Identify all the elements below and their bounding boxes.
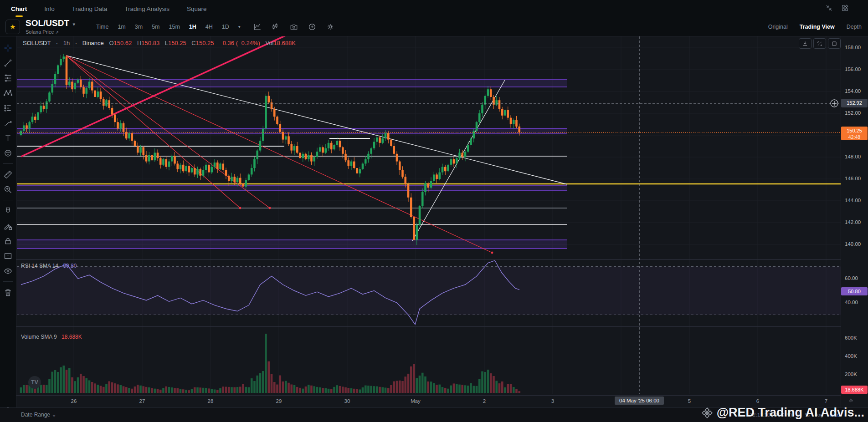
timeframe-time[interactable]: Time xyxy=(96,24,108,30)
symbol-caret-icon[interactable]: ▾ xyxy=(73,21,76,27)
drawing-lock-tool[interactable] xyxy=(3,221,13,231)
watermark-handle: @RED Trading AI Advis... xyxy=(717,406,864,420)
volume-legend[interactable]: Volume SMA 9 18.688K xyxy=(21,334,82,340)
view-tab-tradingview[interactable]: Trading View xyxy=(800,24,835,30)
chart-canvas[interactable] xyxy=(16,36,841,395)
toolbar-divider xyxy=(3,200,13,200)
crosshair-tool[interactable] xyxy=(3,43,13,53)
timeframe-1d[interactable]: 1D xyxy=(222,24,229,30)
timeframe-group: Time 1m 3m 5m 15m 1H 4H 1D ▾ xyxy=(96,24,241,30)
symbol-name[interactable]: SOL/USDT xyxy=(26,18,69,28)
symbol-subtitle-link[interactable]: Solana Price ↗ xyxy=(26,29,75,35)
lock-all-tool[interactable] xyxy=(3,236,13,246)
date-range-caret-icon: ⌄ xyxy=(51,412,56,418)
date-range-button[interactable]: Date Range ⌄ xyxy=(21,412,56,418)
price-axis-label: 156.00 xyxy=(845,66,861,72)
timeframe-1m[interactable]: 1m xyxy=(118,24,125,30)
brush-tool[interactable] xyxy=(3,118,13,128)
toolbar-divider xyxy=(3,163,13,164)
favorite-star-icon[interactable]: ★ xyxy=(5,20,20,34)
show-objects-tool[interactable] xyxy=(3,266,13,276)
add-indicator-icon[interactable] xyxy=(308,23,316,31)
emoji-tool[interactable] xyxy=(3,148,13,158)
timeframe-5m[interactable]: 5m xyxy=(152,24,159,30)
rsi-value-badge: 50.80 xyxy=(841,287,868,295)
apps-grid-icon[interactable] xyxy=(841,4,849,12)
candles-style-icon[interactable] xyxy=(272,23,280,31)
camera-icon[interactable] xyxy=(290,23,298,31)
chart-settings-icon[interactable] xyxy=(326,23,334,31)
forecast-tool[interactable] xyxy=(3,103,13,113)
time-axis-label: 5 xyxy=(688,398,691,404)
tab-chart[interactable]: Chart xyxy=(11,5,27,12)
legend-high-label: H xyxy=(137,40,141,46)
text-tool[interactable] xyxy=(3,133,13,143)
fullscreen-icon[interactable] xyxy=(828,38,841,49)
indicator-icon[interactable] xyxy=(253,23,262,31)
symbol-bar: ★ SOL/USDT ▾ Solana Price ↗ Time 1m 3m 5… xyxy=(0,17,868,36)
tab-trading-analysis[interactable]: Trading Analysis xyxy=(124,5,169,12)
time-axis-label: 29 xyxy=(276,398,282,404)
toolbar-divider xyxy=(3,281,13,282)
ruler-tool[interactable] xyxy=(3,169,13,179)
time-axis-label: 30 xyxy=(344,398,350,404)
price-axis[interactable]: 158.00156.00154.00152.00150.00148.00146.… xyxy=(841,36,868,407)
legend-close-label: C xyxy=(191,40,195,46)
price-axis-label: 144.00 xyxy=(845,198,861,203)
drawing-toolbar xyxy=(0,36,16,422)
fib-retracement-tool[interactable] xyxy=(3,73,13,83)
symbol-block: SOL/USDT ▾ Solana Price ↗ xyxy=(26,19,75,35)
view-tab-original[interactable]: Original xyxy=(768,24,788,30)
legend-open-label: O xyxy=(109,40,113,46)
magnet-tool[interactable] xyxy=(3,206,13,216)
rsi-legend[interactable]: RSI 14 SMA 14 50.80 xyxy=(21,263,77,269)
timeframe-1h[interactable]: 1H xyxy=(189,24,196,30)
tab-square[interactable]: Square xyxy=(187,5,207,12)
collapse-pane-icon[interactable] xyxy=(813,38,826,49)
axis-settings-gear[interactable] xyxy=(847,397,854,404)
time-axis-label: 2 xyxy=(483,398,486,404)
chart-legend: SOLUSDT · 1h · Binance O150.62 H150.83 L… xyxy=(23,40,296,46)
tradingview-logo[interactable]: TV xyxy=(28,376,41,389)
volume-axis-label: 400K xyxy=(845,353,857,359)
tab-info[interactable]: Info xyxy=(44,5,55,12)
timeframe-3m[interactable]: 3m xyxy=(135,24,143,30)
xabcd-pattern-tool[interactable] xyxy=(3,88,13,98)
time-axis-label: 26 xyxy=(71,398,77,404)
legend-interval: 1h xyxy=(63,40,70,46)
crosshair-price-badge: 152.92 xyxy=(841,99,868,107)
time-axis-label: 6 xyxy=(756,398,759,404)
candle-countdown: 42:48 xyxy=(841,134,868,140)
view-tab-depth[interactable]: Depth xyxy=(847,24,862,30)
external-link-icon: ↗ xyxy=(55,30,59,35)
legend-open: 150.62 xyxy=(114,40,132,46)
download-icon[interactable] xyxy=(799,38,812,49)
trend-line-tool[interactable] xyxy=(3,58,13,68)
top-nav: Chart Info Trading Data Trading Analysis… xyxy=(0,0,868,17)
timeframe-more-caret-icon[interactable]: ▾ xyxy=(238,24,241,29)
legend-volume: 18.688K xyxy=(273,40,295,46)
zoom-in-tool[interactable] xyxy=(3,184,13,194)
price-axis-label: 158.00 xyxy=(845,45,861,50)
timeframe-4h[interactable]: 4H xyxy=(205,24,213,30)
hide-drawings-tool[interactable] xyxy=(3,251,13,261)
collapse-screen-icon[interactable] xyxy=(825,4,833,12)
volume-label: Volume SMA 9 xyxy=(21,334,57,340)
rsi-value: 50.80 xyxy=(63,263,77,269)
price-axis-label: 152.00 xyxy=(845,110,861,116)
remove-objects-tool[interactable] xyxy=(3,287,13,297)
price-axis-label: 140.00 xyxy=(845,241,861,247)
volume-value: 18.688K xyxy=(62,334,82,340)
axis-settings-gear-icon[interactable] xyxy=(847,397,854,404)
legend-sep: · xyxy=(75,40,77,46)
tab-trading-data[interactable]: Trading Data xyxy=(72,5,108,12)
legend-high: 150.83 xyxy=(141,40,159,46)
binance-diamond-icon xyxy=(701,407,713,419)
symbol-subtitle: Solana Price xyxy=(26,29,54,35)
legend-change: −0.36 (−0.24%) xyxy=(219,40,260,46)
timeframe-15m[interactable]: 15m xyxy=(169,24,180,30)
rsi-label: RSI 14 SMA 14 xyxy=(21,263,58,269)
legend-low: 150.25 xyxy=(168,40,186,46)
legend-vol-label: Vol xyxy=(265,40,273,46)
pane-buttons xyxy=(799,38,841,49)
